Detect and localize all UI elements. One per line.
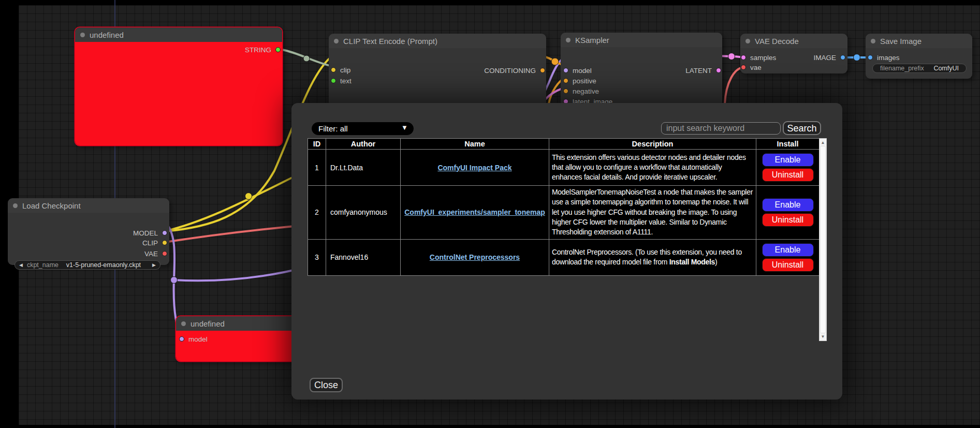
collapse-dot-icon[interactable] bbox=[566, 38, 571, 42]
input-dot-text[interactable] bbox=[331, 78, 336, 83]
node-title-bar[interactable]: KSampler bbox=[561, 33, 722, 47]
node-clip-text-encode[interactable]: CLIP Text Encode (Prompt) clip text COND… bbox=[329, 34, 546, 111]
node-undefined-top[interactable]: undefined STRING bbox=[75, 27, 282, 145]
output-dot-string[interactable] bbox=[275, 47, 281, 52]
cell-install: Enable Uninstall bbox=[756, 186, 820, 240]
collapse-dot-icon[interactable] bbox=[181, 321, 186, 326]
scrollbar-down-icon[interactable]: ▼ bbox=[820, 334, 826, 339]
filter-select[interactable]: Filter: all bbox=[312, 122, 414, 135]
node-body: model positive negative latent_image LAT… bbox=[561, 47, 722, 110]
enable-button[interactable]: Enable bbox=[762, 198, 814, 212]
input-slot-text[interactable]: text bbox=[331, 78, 352, 84]
input-dot-model[interactable] bbox=[179, 336, 184, 342]
collapse-dot-icon[interactable] bbox=[13, 203, 18, 208]
output-dot-clip[interactable] bbox=[162, 240, 167, 245]
output-dot-image[interactable] bbox=[840, 55, 845, 60]
collapse-dot-icon[interactable] bbox=[871, 39, 875, 43]
output-slot-conditioning[interactable]: CONDITIONING bbox=[484, 67, 545, 73]
search-button[interactable]: Search bbox=[783, 121, 821, 135]
cell-id: 2 bbox=[308, 186, 326, 240]
slot-label: text bbox=[340, 77, 352, 85]
cell-name: ComfyUI_experiments/sampler_tonemap bbox=[401, 186, 549, 240]
close-button[interactable]: Close bbox=[310, 378, 343, 392]
uninstall-button[interactable]: Uninstall bbox=[762, 213, 814, 227]
input-slot-negative[interactable]: negative bbox=[563, 88, 599, 94]
node-title-bar[interactable]: VAE Decode bbox=[740, 34, 847, 48]
node-undefined-bottom[interactable]: undefined model bbox=[176, 316, 298, 361]
input-slot-model[interactable]: model bbox=[563, 67, 592, 73]
collapse-dot-icon[interactable] bbox=[334, 39, 339, 43]
input-slot-model[interactable]: model bbox=[179, 336, 208, 342]
node-body: MODEL CLIP VAE ◀ ckpt_name v1-5-pruned-e… bbox=[8, 213, 169, 265]
uninstall-button[interactable]: Uninstall bbox=[762, 258, 814, 272]
output-slot-vae[interactable]: VAE bbox=[144, 250, 167, 257]
input-dot-clip[interactable] bbox=[331, 67, 336, 72]
uninstall-button[interactable]: Uninstall bbox=[762, 168, 814, 182]
slot-label: IMAGE bbox=[813, 54, 836, 62]
node-title: Save Image bbox=[880, 37, 922, 46]
input-slot-positive[interactable]: positive bbox=[563, 78, 596, 84]
ckpt-name-widget[interactable]: ◀ ckpt_name v1-5-pruned-emaonly.ckpt ▶ bbox=[14, 260, 160, 270]
node-title: KSampler bbox=[575, 36, 609, 45]
collapse-dot-icon[interactable] bbox=[80, 33, 85, 37]
increment-icon[interactable]: ▶ bbox=[152, 262, 156, 268]
search-input[interactable] bbox=[661, 122, 781, 135]
table-row: 1 Dr.Lt.Data ComfyUI Impact Pack This ex… bbox=[308, 150, 820, 186]
extension-link[interactable]: ComfyUI Impact Pack bbox=[437, 164, 511, 172]
table-row: 3 Fannovel16 ControlNet Preprocessors Co… bbox=[308, 239, 820, 275]
input-dot-positive[interactable] bbox=[563, 78, 568, 83]
node-title-bar[interactable]: Load Checkpoint bbox=[8, 198, 169, 213]
node-title-bar[interactable]: CLIP Text Encode (Prompt) bbox=[329, 34, 546, 48]
header-install: Install bbox=[756, 139, 820, 150]
decrement-icon[interactable]: ◀ bbox=[19, 262, 23, 268]
node-title: undefined bbox=[191, 319, 225, 328]
node-save-image[interactable]: Save Image images filename_prefix ComfyU… bbox=[866, 34, 972, 79]
extension-link[interactable]: ComfyUI_experiments/sampler_tonemap bbox=[404, 208, 545, 216]
node-title-bar[interactable]: undefined bbox=[176, 316, 298, 331]
input-dot-model[interactable] bbox=[563, 68, 568, 73]
input-dot-images[interactable] bbox=[868, 55, 873, 60]
input-dot-vae[interactable] bbox=[741, 65, 746, 70]
output-dot-latent[interactable] bbox=[716, 68, 721, 73]
filename-prefix-widget[interactable]: filename_prefix ComfyUI bbox=[872, 64, 967, 73]
output-dot-conditioning[interactable] bbox=[540, 68, 545, 73]
input-slot-samples[interactable]: samples bbox=[741, 54, 776, 61]
node-vae-decode[interactable]: VAE Decode samples vae IMAGE bbox=[740, 34, 847, 73]
table-scrollbar[interactable]: ▲ ▼ bbox=[819, 138, 827, 341]
node-body: clip text CONDITIONING bbox=[329, 48, 546, 111]
slot-label: vae bbox=[750, 64, 762, 71]
output-slot-image[interactable]: IMAGE bbox=[813, 54, 845, 61]
output-slot-latent[interactable]: LATENT bbox=[685, 67, 721, 73]
node-body: STRING bbox=[75, 42, 282, 145]
node-title: CLIP Text Encode (Prompt) bbox=[343, 37, 437, 46]
cell-author: Fannovel16 bbox=[326, 239, 401, 275]
cell-name: ComfyUI Impact Pack bbox=[401, 150, 549, 186]
header-description: Description bbox=[549, 139, 756, 150]
input-dot-samples[interactable] bbox=[741, 55, 746, 60]
table-row: 2 comfyanonymous ComfyUI_experiments/sam… bbox=[308, 186, 820, 240]
input-slot-vae[interactable]: vae bbox=[741, 64, 762, 70]
cell-install: Enable Uninstall bbox=[756, 239, 820, 275]
scrollbar-up-icon[interactable]: ▲ bbox=[820, 140, 826, 145]
collapse-dot-icon[interactable] bbox=[745, 39, 750, 43]
enable-button[interactable]: Enable bbox=[762, 153, 814, 167]
node-title-bar[interactable]: Save Image bbox=[866, 34, 972, 48]
node-load-checkpoint[interactable]: Load Checkpoint MODEL CLIP VAE ◀ ckpt_na… bbox=[8, 198, 169, 265]
node-ksampler[interactable]: KSampler model positive negative latent_… bbox=[561, 33, 722, 110]
input-slot-images[interactable]: images bbox=[868, 54, 900, 61]
slot-label: samples bbox=[750, 54, 776, 62]
input-dot-negative[interactable] bbox=[563, 88, 568, 94]
output-slot-model[interactable]: MODEL bbox=[133, 230, 167, 236]
output-dot-model[interactable] bbox=[162, 230, 167, 235]
node-body: samples vae IMAGE bbox=[740, 48, 847, 73]
enable-button[interactable]: Enable bbox=[762, 243, 814, 257]
extension-link[interactable]: ControlNet Preprocessors bbox=[430, 253, 520, 261]
node-title-bar[interactable]: undefined bbox=[75, 27, 282, 42]
slot-label: clip bbox=[340, 66, 350, 74]
output-dot-vae[interactable] bbox=[162, 251, 167, 256]
input-slot-clip[interactable]: clip bbox=[331, 67, 350, 73]
cell-name: ControlNet Preprocessors bbox=[401, 239, 549, 275]
scrollbar-thumb[interactable] bbox=[820, 146, 826, 333]
output-slot-string[interactable]: STRING bbox=[245, 47, 281, 53]
output-slot-clip[interactable]: CLIP bbox=[142, 240, 167, 246]
